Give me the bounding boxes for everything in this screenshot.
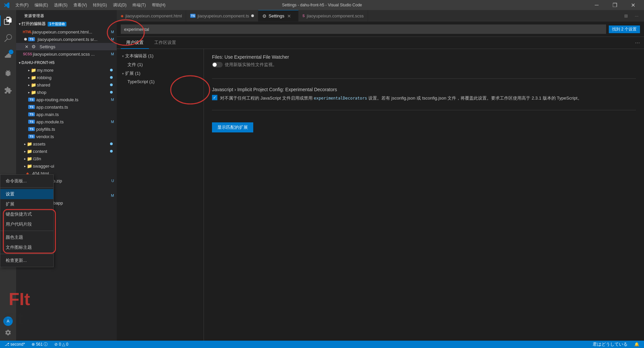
file-app-main[interactable]: TS app.main.ts: [16, 111, 117, 118]
file-vendor-label: vendor.ts: [36, 134, 54, 139]
tab-workspace-settings[interactable]: 工作区设置: [149, 37, 181, 49]
open-editor-scss[interactable]: SCSS jiaoyupeixun.component.scss ... M: [16, 50, 117, 58]
folder-my-more-icon: 📁: [31, 68, 36, 73]
settings-search-result[interactable]: 找到 2 个设置: [609, 25, 640, 33]
activity-debug[interactable]: [0, 65, 16, 81]
show-extensions-button[interactable]: 显示匹配的扩展: [212, 122, 253, 132]
menu-view[interactable]: 查看(V): [71, 2, 90, 9]
robbing-dot: [110, 76, 113, 79]
minimize-button[interactable]: ─: [589, 0, 604, 10]
file-watcher-toggle[interactable]: [212, 62, 223, 67]
tree-typescript[interactable]: TypeScript (1): [117, 78, 204, 85]
decorators-desc-1: 对不属于任何工程的 JavaScript 文件启用或禁用: [220, 96, 313, 101]
ts-modified-dot: [24, 38, 27, 41]
open-editor-scss-badge: M: [111, 52, 114, 56]
more-actions-button[interactable]: ···: [632, 11, 641, 20]
tree-text-editor-label: 文本编辑器 (1): [125, 53, 154, 59]
close-button[interactable]: ✕: [625, 0, 641, 10]
decorators-checkbox[interactable]: ✓: [212, 95, 217, 100]
folder-robbing[interactable]: ▸ 📁 robbing: [16, 74, 117, 81]
tab-ts-icon: TS: [190, 14, 196, 18]
status-japanese-text[interactable]: 君はどうしている: [591, 341, 629, 348]
project-header[interactable]: ▾ DAHU-FRONT-H5: [16, 59, 117, 66]
tab-html[interactable]: ◈ jiaoyupeixun.component.html: [117, 10, 186, 22]
content-arrow: ▸: [24, 150, 26, 153]
error-count: 561: [36, 342, 43, 347]
settings-gear-icon[interactable]: [0, 327, 16, 338]
open-editors-header[interactable]: ▾ 打开的编辑器 1个活活动: [16, 20, 117, 28]
tab-settings[interactable]: ⚙ Settings ✕: [258, 10, 299, 22]
menu-select[interactable]: 选择(S): [51, 2, 70, 9]
settings-search-bar: 找到 2 个设置: [117, 22, 644, 37]
menu-check-updates[interactable]: 检查更新...: [0, 255, 53, 266]
tab-ts[interactable]: TS jiaoyupeixun.component.ts: [186, 10, 258, 22]
settings-search-input[interactable]: [121, 24, 606, 34]
decorators-title: Javascript › Implicit Project Config: Ex…: [212, 87, 636, 92]
folder-swagger-label: swagger-ui: [33, 164, 54, 169]
tab-scss[interactable]: S jiaoyupeixun.component.scss: [299, 10, 368, 22]
folder-assets[interactable]: ▸ 📁 assets: [16, 140, 117, 148]
folder-content[interactable]: ▸ 📁 content: [16, 148, 117, 155]
menu-extensions[interactable]: 扩展: [0, 199, 53, 209]
tab-user-settings[interactable]: 用户设置: [121, 37, 149, 49]
menu-file-icon-theme[interactable]: 文件图标主题: [0, 242, 53, 252]
folder-shop[interactable]: ▸ 📁 shop: [16, 89, 117, 96]
menu-debug[interactable]: 调试(D): [110, 2, 129, 9]
folder-my-more[interactable]: ▸ 📁 my.more: [16, 66, 117, 74]
open-editor-settings[interactable]: ✕ ⚙ Settings: [16, 43, 117, 50]
menu-settings[interactable]: 设置: [0, 189, 53, 199]
activity-search[interactable]: [0, 30, 16, 46]
folder-shared[interactable]: ▸ 📁 shared: [16, 81, 117, 89]
menu-terminal[interactable]: 终端(T): [130, 2, 148, 9]
open-editor-html[interactable]: HTML jiaoyupeixun.component.html... M: [16, 28, 117, 36]
tab-settings-close[interactable]: ✕: [286, 13, 292, 19]
editor-area: ◈ jiaoyupeixun.component.html TS jiaoyup…: [117, 10, 644, 341]
tree-file[interactable]: 文件 (1): [117, 60, 204, 69]
folder-assets-icon: 📁: [27, 141, 32, 147]
settings-tree: ▾ 文本编辑器 (1) 文件 (1) ▾ 扩展 (1) TypeScript (…: [117, 49, 204, 341]
folder-swagger[interactable]: ▸ 📁 swagger-ui: [16, 162, 117, 170]
menu-color-theme[interactable]: 颜色主题: [0, 232, 53, 242]
status-git-branch[interactable]: ⎇ second*: [3, 341, 26, 348]
folder-i18n[interactable]: ▸ 📁 i18n: [16, 155, 117, 162]
menu-keyboard-shortcuts[interactable]: 键盘快捷方式: [0, 209, 53, 219]
tree-text-editor[interactable]: ▾ 文本编辑器 (1): [117, 52, 204, 60]
file-vendor[interactable]: TS vendor.ts: [16, 133, 117, 140]
menu-goto[interactable]: 转到(G): [90, 2, 109, 9]
file-app-constants[interactable]: TS app.constants.ts: [16, 103, 117, 111]
status-errors[interactable]: ⊗ 561 ⓘ: [30, 341, 49, 348]
status-notifications[interactable]: 🔔: [633, 341, 641, 348]
tree-extensions-label: 扩展 (1): [125, 70, 141, 76]
menu-help[interactable]: 帮助(H): [149, 2, 168, 9]
file-app-routing[interactable]: TS app-routing.module.ts M: [16, 96, 117, 103]
folder-my-more-label: my.more: [37, 68, 54, 73]
menu-file[interactable]: 文件(F): [13, 2, 31, 9]
open-editor-scss-name: jiaoyupeixun.component.scss ...: [33, 52, 95, 57]
activity-extensions[interactable]: [0, 82, 16, 99]
menu-divider-2: [0, 231, 53, 231]
file-polyfills-label: polyfills.ts: [36, 127, 55, 132]
open-editor-ts[interactable]: TS jiaoyupeixun.component.ts sr... M: [16, 36, 117, 43]
tree-extensions[interactable]: ▾ 扩展 (1): [117, 69, 204, 78]
maximize-button[interactable]: ❐: [607, 0, 623, 10]
file-polyfills[interactable]: TS polyfills.ts: [16, 125, 117, 133]
shop-arrow: ▸: [28, 91, 30, 94]
menu-edit[interactable]: 编辑(E): [32, 2, 51, 9]
menu-command-palette[interactable]: 命令面板...: [0, 176, 53, 186]
settings-item-file-watcher: Files: Use Experimental File Watcher 使用新…: [212, 54, 636, 79]
tab-ts-modified: [251, 14, 254, 17]
app-routing-badge: M: [111, 98, 114, 102]
settings-item-decorators: Javascript › Implicit Project Config: Ex…: [212, 87, 636, 110]
file-app-module-label: app.module.ts: [36, 119, 64, 124]
decorators-body: ✓ 对不属于任何工程的 JavaScript 文件启用或禁用 experimen…: [212, 95, 636, 102]
settings-more-btn[interactable]: ···: [635, 39, 640, 46]
split-editor-button[interactable]: ⊞: [621, 11, 631, 20]
my-more-arrow: ▸: [28, 68, 30, 72]
status-warnings[interactable]: ⊘ 0 △ 0: [53, 341, 69, 348]
menu-user-snippets[interactable]: 用户代码片段: [0, 219, 53, 229]
file-app-module[interactable]: TS app.module.ts M: [16, 118, 117, 125]
git-badge: [9, 50, 13, 54]
activity-git[interactable]: [0, 48, 16, 64]
account-icon[interactable]: A: [3, 316, 13, 326]
activity-explorer[interactable]: [0, 13, 16, 29]
